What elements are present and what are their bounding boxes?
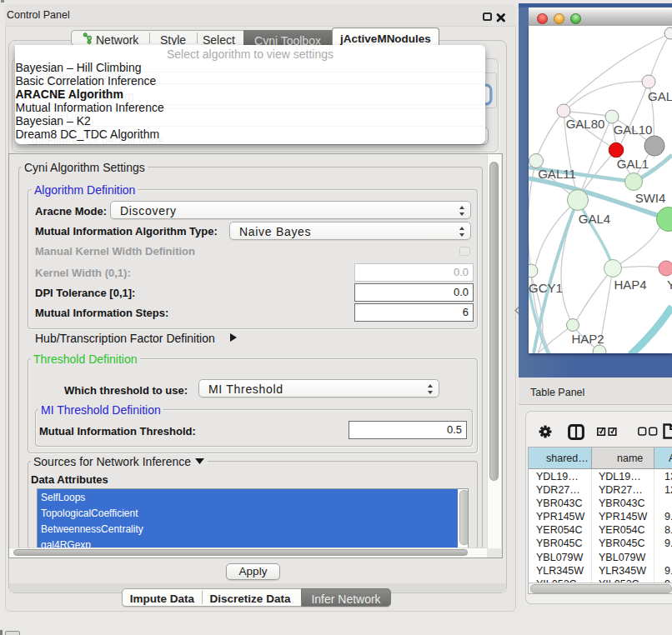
svg-text:GAL80: GAL80 <box>566 117 605 131</box>
svg-text:GAL11: GAL11 <box>538 167 576 181</box>
svg-text:GCY1: GCY1 <box>529 281 563 295</box>
svg-text:HAP4: HAP4 <box>614 278 646 292</box>
svg-text:GAL4: GAL4 <box>579 212 610 226</box>
svg-text:GAL2: GAL2 <box>648 89 672 103</box>
svg-text:SWI4: SWI4 <box>635 191 666 205</box>
svg-text:GAL10: GAL10 <box>614 122 653 137</box>
svg-text:HAP2: HAP2 <box>571 332 604 346</box>
svg-text:YJ: YJ <box>667 278 672 292</box>
svg-text:GAL1: GAL1 <box>617 157 649 171</box>
